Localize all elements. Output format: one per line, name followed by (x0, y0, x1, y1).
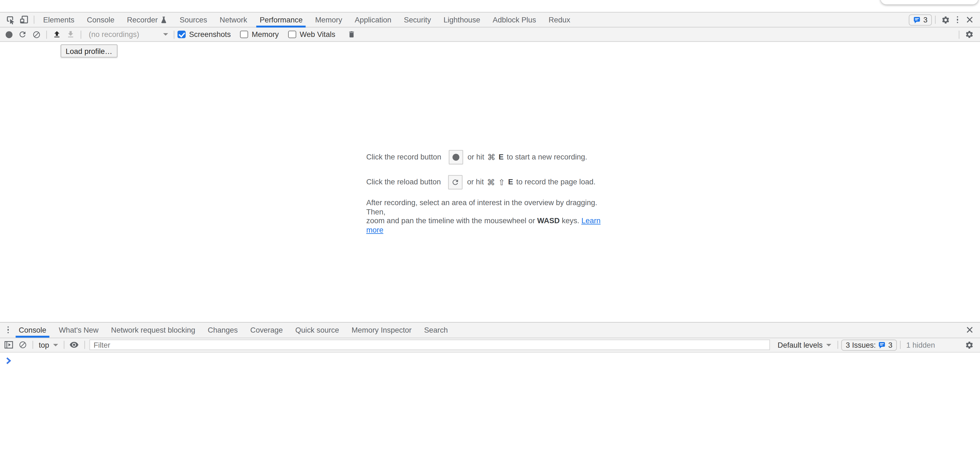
issues-count: 3 (923, 15, 928, 24)
tab-security[interactable]: Security (398, 12, 437, 27)
memory-checkbox-group[interactable]: Memory (240, 30, 278, 39)
reload-icon (18, 30, 27, 39)
close-devtools-button[interactable] (963, 13, 976, 26)
landing-instructions: Click the record button or hit ⌘ E to st… (366, 149, 611, 235)
drawer-tab-memory-inspector[interactable]: Memory Inspector (346, 322, 417, 337)
drawer-tab-changes[interactable]: Changes (202, 322, 243, 337)
divider (173, 30, 174, 38)
settings-button[interactable] (939, 13, 952, 26)
record-button[interactable] (2, 28, 16, 41)
reload-icon (452, 178, 460, 186)
log-levels-select[interactable]: Default levels (775, 339, 835, 351)
console-messages-area[interactable] (0, 352, 980, 458)
screenshots-checkbox-group[interactable]: Screenshots (177, 30, 231, 39)
caret-down-icon (163, 33, 168, 35)
drawer-tab-search[interactable]: Search (418, 322, 453, 337)
console-settings-button[interactable] (963, 339, 976, 351)
clear-console-button[interactable] (16, 339, 29, 351)
console-issues-button[interactable]: 3 Issues: 3 (842, 339, 897, 351)
tab-memory[interactable]: Memory (310, 12, 348, 27)
clear-icon (18, 341, 27, 349)
shift-key-glyph: ⇧ (498, 177, 505, 186)
upload-icon (52, 30, 61, 39)
clear-icon (32, 30, 40, 38)
drawer-tab-whats-new[interactable]: What's New (53, 322, 104, 337)
kebab-menu-icon (7, 326, 9, 333)
kebab-menu-icon (957, 16, 958, 24)
device-toolbar-icon (19, 15, 29, 24)
cmd-key-glyph: ⌘ (487, 177, 495, 186)
divider (64, 341, 64, 349)
memory-checkbox[interactable] (240, 30, 248, 38)
caret-down-icon (826, 344, 831, 346)
download-icon (66, 30, 75, 39)
clear-recordings-button[interactable] (29, 28, 43, 41)
issues-count: 3 (888, 341, 892, 349)
console-prompt[interactable] (0, 352, 980, 364)
console-toolbar: top Default levels 3 Issues: 3 (0, 338, 980, 352)
tab-recorder[interactable]: Recorder (121, 12, 173, 27)
screenshots-checkbox[interactable] (177, 30, 185, 38)
drawer-tab-quick-source[interactable]: Quick source (290, 322, 345, 337)
tab-performance[interactable]: Performance (254, 12, 308, 27)
gear-icon (941, 15, 950, 24)
console-prompt-chevron-icon (6, 357, 11, 364)
drawer-tab-network-request-blocking[interactable]: Network request blocking (105, 322, 201, 337)
recordings-select[interactable]: (no recordings) (84, 28, 170, 41)
reload-instruction-row: Click the reload button or hit ⌘ ⇧ E to … (366, 175, 611, 190)
tab-elements[interactable]: Elements (37, 12, 80, 27)
divider (84, 341, 85, 349)
save-profile-button[interactable] (64, 28, 77, 41)
divider (900, 341, 900, 349)
inspect-element-button[interactable] (3, 13, 17, 26)
divider (33, 16, 34, 24)
cmd-key-glyph: ⌘ (487, 152, 495, 162)
divider (33, 341, 33, 349)
divider (959, 30, 959, 38)
device-toolbar-button[interactable] (17, 13, 30, 26)
tab-application[interactable]: Application (349, 12, 397, 27)
tab-adblock-plus[interactable]: Adblock Plus (487, 12, 542, 27)
tab-redux[interactable]: Redux (543, 12, 576, 27)
divider (935, 16, 935, 24)
reload-and-record-button[interactable] (16, 28, 29, 41)
load-profile-button[interactable] (50, 28, 64, 41)
capture-settings-button[interactable] (963, 28, 976, 41)
page-top-strip (0, 0, 980, 12)
tab-console[interactable]: Console (81, 12, 120, 27)
web-vitals-checkbox[interactable] (288, 30, 296, 38)
usage-paragraph: After recording, select an area of inter… (366, 198, 611, 235)
record-icon (453, 153, 460, 160)
drawer-menu-button[interactable] (3, 324, 13, 336)
hidden-messages-label: 1 hidden (906, 341, 935, 349)
close-icon (966, 16, 973, 23)
issues-button[interactable]: 3 (909, 14, 932, 25)
trash-icon (348, 30, 356, 39)
gear-icon (965, 30, 974, 39)
show-console-sidebar-button[interactable] (2, 339, 16, 351)
drawer-tabbar: Console What's New Network request block… (0, 322, 980, 338)
performance-panel-content: Click the record button or hit ⌘ E to st… (0, 42, 980, 322)
record-icon (5, 31, 12, 38)
tab-lighthouse[interactable]: Lighthouse (438, 12, 485, 27)
record-instruction-row: Click the record button or hit ⌘ E to st… (366, 149, 611, 164)
more-options-button[interactable] (952, 13, 963, 26)
reload-button-example (449, 175, 463, 189)
javascript-context-select[interactable]: top (37, 339, 60, 351)
tab-sources[interactable]: Sources (174, 12, 213, 27)
divider (81, 30, 81, 38)
close-icon (966, 326, 973, 333)
console-filter-input[interactable] (89, 339, 770, 350)
devtools-window: Elements Console Recorder Sources Networ… (0, 0, 980, 459)
performance-toolbar: (no recordings) Screenshots Memory Web V… (0, 28, 980, 42)
delete-recording-button[interactable] (345, 28, 358, 41)
tab-network[interactable]: Network (214, 12, 253, 27)
divider (46, 30, 47, 38)
create-live-expression-button[interactable] (67, 339, 81, 351)
inspect-icon (5, 15, 14, 24)
drawer-tab-console[interactable]: Console (13, 322, 52, 337)
drawer-tab-coverage[interactable]: Coverage (245, 322, 288, 337)
web-vitals-checkbox-group[interactable]: Web Vitals (288, 30, 335, 39)
issues-bubble-icon (913, 16, 921, 23)
close-drawer-button[interactable] (963, 324, 976, 336)
